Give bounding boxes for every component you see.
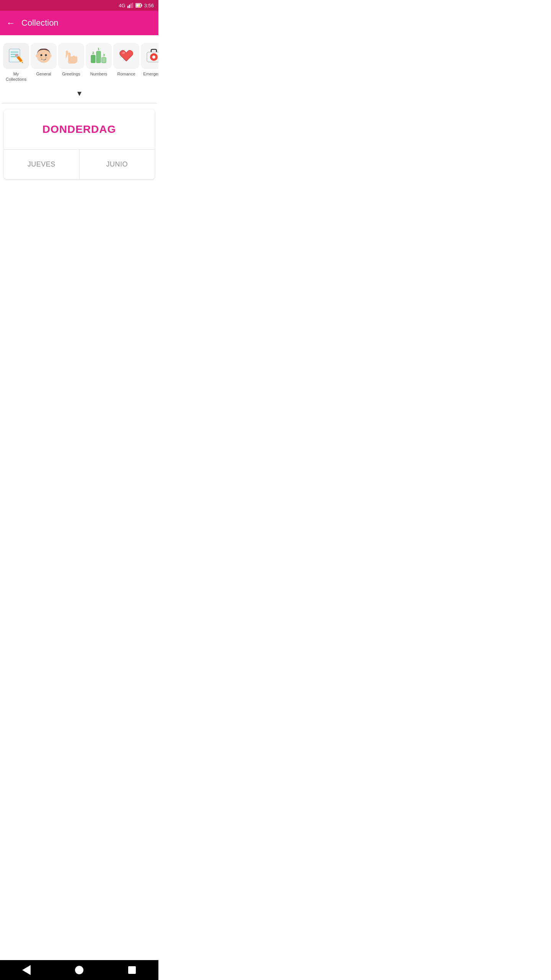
clock: 3:56 bbox=[144, 3, 154, 8]
category-numbers[interactable]: 2 1 3 Numbers bbox=[86, 43, 112, 77]
romance-label: Romance bbox=[117, 71, 135, 77]
svg-point-20 bbox=[40, 57, 41, 57]
svg-point-22 bbox=[45, 57, 46, 57]
greetings-label: Greetings bbox=[62, 71, 80, 77]
status-icons: 4G ⚡ 3:56 bbox=[119, 3, 154, 8]
word-card: DONDERDAG JUEVES JUNIO bbox=[4, 109, 155, 179]
svg-point-24 bbox=[36, 54, 38, 57]
svg-rect-5 bbox=[141, 5, 142, 7]
romance-icon-wrapper bbox=[113, 43, 139, 69]
general-icon-wrapper bbox=[31, 43, 57, 69]
svg-rect-2 bbox=[130, 3, 132, 8]
svg-point-25 bbox=[49, 54, 52, 57]
card-main-word-section: DONDERDAG bbox=[4, 109, 155, 150]
medkit-icon bbox=[145, 47, 158, 65]
emergency-label: Emergency bbox=[143, 71, 158, 77]
svg-rect-29 bbox=[91, 55, 95, 63]
translation-2[interactable]: JUNIO bbox=[80, 150, 155, 179]
app-bar: ← Collection bbox=[0, 11, 158, 35]
emergency-icon-wrapper bbox=[141, 43, 158, 69]
category-greetings[interactable]: Greetings bbox=[58, 43, 84, 77]
notebook-icon bbox=[7, 47, 25, 65]
heart-icon bbox=[117, 47, 135, 65]
translation-2-text: JUNIO bbox=[106, 160, 128, 168]
main-word: DONDERDAG bbox=[42, 123, 116, 136]
category-general[interactable]: General bbox=[31, 43, 57, 77]
svg-rect-3 bbox=[132, 3, 133, 8]
category-romance[interactable]: Romance bbox=[113, 43, 139, 77]
svg-rect-39 bbox=[152, 56, 155, 58]
my-collections-icon-wrapper bbox=[3, 43, 29, 69]
battery-icon: ⚡ bbox=[135, 3, 142, 8]
status-bar: 4G ⚡ 3:56 bbox=[0, 0, 158, 11]
category-emergency[interactable]: Emergency bbox=[141, 43, 158, 77]
category-row: My Collections bbox=[0, 35, 158, 85]
svg-rect-31 bbox=[96, 51, 101, 63]
svg-text:⚡: ⚡ bbox=[137, 4, 141, 8]
signal-bars-icon bbox=[127, 3, 134, 8]
section-divider bbox=[2, 103, 157, 103]
numbers-label: Numbers bbox=[90, 71, 108, 77]
translation-1-text: JUEVES bbox=[28, 160, 55, 168]
my-collections-label: My Collections bbox=[3, 71, 29, 82]
svg-rect-1 bbox=[129, 5, 130, 8]
svg-point-21 bbox=[41, 57, 42, 58]
page-title: Collection bbox=[21, 18, 59, 28]
hand-icon bbox=[62, 47, 80, 65]
general-label: General bbox=[36, 71, 51, 77]
svg-point-23 bbox=[46, 57, 47, 58]
expand-chevron-icon[interactable]: ▾ bbox=[77, 88, 82, 98]
numbers-icon: 2 1 3 bbox=[90, 47, 108, 65]
numbers-icon-wrapper: 2 1 3 bbox=[86, 43, 112, 69]
expand-chevron-row[interactable]: ▾ bbox=[0, 85, 158, 103]
svg-rect-33 bbox=[102, 57, 106, 63]
signal-indicator: 4G bbox=[119, 3, 125, 8]
back-button[interactable]: ← bbox=[6, 18, 15, 28]
svg-text:2: 2 bbox=[92, 51, 94, 55]
svg-text:1: 1 bbox=[98, 47, 99, 51]
translation-1[interactable]: JUEVES bbox=[4, 150, 80, 179]
svg-point-18 bbox=[41, 54, 42, 56]
greetings-icon-wrapper bbox=[58, 43, 84, 69]
face-icon bbox=[34, 47, 53, 65]
svg-point-19 bbox=[45, 54, 47, 56]
card-translations-section: JUEVES JUNIO bbox=[4, 150, 155, 179]
svg-text:3: 3 bbox=[103, 53, 105, 57]
category-my-collections[interactable]: My Collections bbox=[3, 43, 29, 82]
svg-rect-0 bbox=[127, 6, 129, 8]
